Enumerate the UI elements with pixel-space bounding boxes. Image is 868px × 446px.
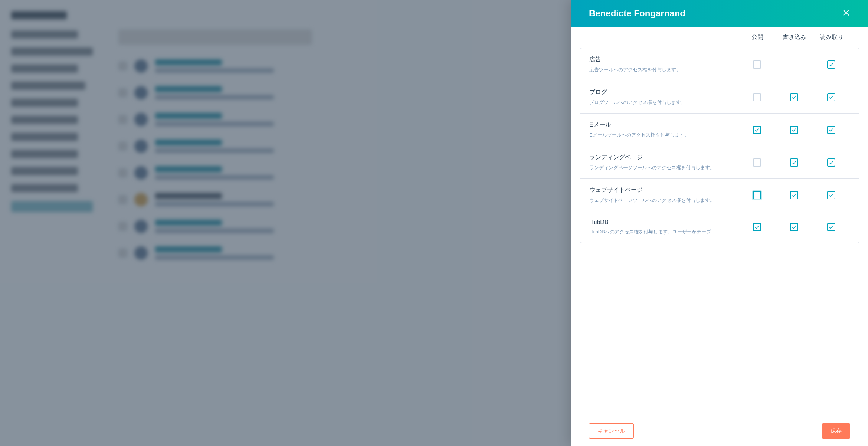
checkbox-ads-read[interactable]: [827, 60, 835, 69]
col-header-read: 読み取り: [813, 33, 850, 41]
checkbox-landing-publish[interactable]: [753, 158, 761, 167]
checkbox-email-write[interactable]: [790, 126, 798, 134]
permission-row-website: ウェブサイトページウェブサイトページツールへのアクセス権を付与します。: [580, 178, 859, 211]
permission-description: HubDBへのアクセス権を付与します。ユーザーがテーブ…: [589, 229, 738, 235]
checkbox-hubdb-read[interactable]: [827, 223, 835, 231]
permissions-panel: Benedicte Fongarnand 公開 書き込み 読み取り 広告広告ツー…: [571, 0, 868, 446]
checkbox-ads-publish[interactable]: [753, 60, 761, 69]
checkbox-hubdb-write[interactable]: [790, 223, 798, 231]
checkbox-website-write[interactable]: [790, 191, 798, 199]
permissions-scroll[interactable]: 広告広告ツールへのアクセス権を付与します。ブログブログツールへのアクセス権を付与…: [571, 48, 868, 416]
col-header-write: 書き込み: [776, 33, 813, 41]
permission-description: Eメールツールへのアクセス権を付与します。: [589, 132, 738, 138]
permission-description: ブログツールへのアクセス権を付与します。: [589, 99, 738, 106]
permission-description: 広告ツールへのアクセス権を付与します。: [589, 66, 738, 73]
checkbox-website-publish[interactable]: [753, 191, 761, 199]
permission-row-landing: ランディングページランディングページツールへのアクセス権を付与します。: [580, 146, 859, 178]
close-icon[interactable]: [842, 9, 850, 18]
permission-title: ブログ: [589, 88, 738, 96]
permission-row-ads: 広告広告ツールへのアクセス権を付与します。: [580, 48, 859, 81]
permission-description: ランディングページツールへのアクセス権を付与します。: [589, 164, 738, 171]
checkbox-blog-publish[interactable]: [753, 93, 761, 101]
col-header-publish: 公開: [739, 33, 776, 41]
permission-title: HubDB: [589, 219, 738, 226]
permission-title: ウェブサイトページ: [589, 186, 738, 194]
checkbox-blog-read[interactable]: [827, 93, 835, 101]
checkbox-email-publish[interactable]: [753, 126, 761, 134]
permissions-table: 広告広告ツールへのアクセス権を付与します。ブログブログツールへのアクセス権を付与…: [580, 48, 859, 243]
checkbox-email-read[interactable]: [827, 126, 835, 134]
permission-title: ランディングページ: [589, 154, 738, 161]
save-button[interactable]: 保存: [822, 423, 850, 439]
permission-row-hubdb: HubDBHubDBへのアクセス権を付与します。ユーザーがテーブ…: [580, 211, 859, 243]
checkbox-blog-write[interactable]: [790, 93, 798, 101]
checkbox-hubdb-publish[interactable]: [753, 223, 761, 231]
checkbox-landing-read[interactable]: [827, 158, 835, 167]
permission-description: ウェブサイトページツールへのアクセス権を付与します。: [589, 197, 738, 204]
cancel-button[interactable]: キャンセル: [589, 423, 634, 439]
permission-row-blog: ブログブログツールへのアクセス権を付与します。: [580, 81, 859, 113]
permission-title: 広告: [589, 56, 738, 63]
checkbox-landing-write[interactable]: [790, 158, 798, 167]
checkbox-website-read[interactable]: [827, 191, 835, 199]
panel-title: Benedicte Fongarnand: [589, 8, 685, 19]
panel-footer: キャンセル 保存: [571, 416, 868, 446]
panel-header: Benedicte Fongarnand: [571, 0, 868, 27]
permission-row-email: EメールEメールツールへのアクセス権を付与します。: [580, 113, 859, 146]
column-headers: 公開 書き込み 読み取り: [571, 27, 868, 48]
permission-title: Eメール: [589, 121, 738, 129]
